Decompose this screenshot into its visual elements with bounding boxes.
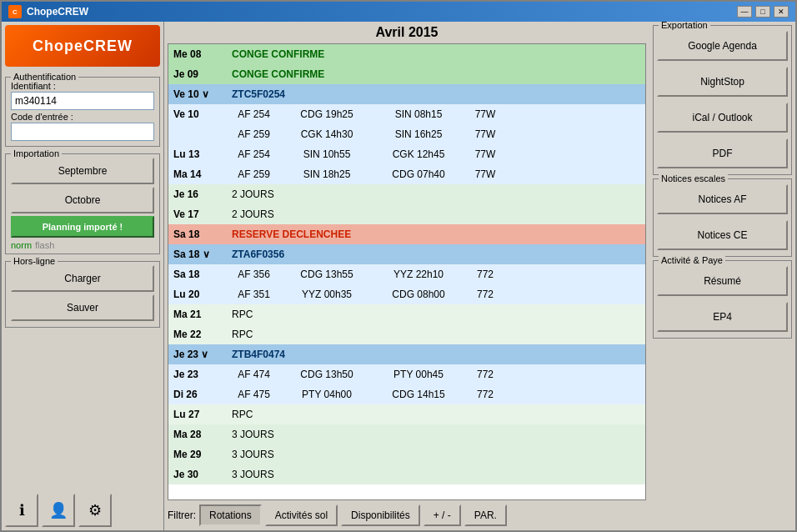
maximize-button[interactable]: □	[755, 6, 770, 18]
minimize-button[interactable]: —	[737, 6, 752, 18]
table-row: AF 259 CGK 14h30 SIN 16h25 77W	[168, 124, 645, 144]
table-row: Lu 27 RPC	[168, 404, 645, 424]
flash-label: flash	[35, 240, 54, 250]
table-row: Je 30 3 JOURS	[168, 464, 645, 484]
bottom-icons: ℹ 👤 ⚙	[5, 490, 160, 527]
table-row: Je 16 2 JOURS	[168, 184, 645, 204]
schedule-table-container[interactable]: Me 08 CONGE CONFIRMEJe 09 CONGE CONFIRME…	[168, 43, 646, 500]
id-input[interactable]	[11, 92, 154, 110]
sidebar: ChopeCREW Authentification Identifiant :…	[2, 22, 164, 530]
resume-button[interactable]: Résumé	[657, 266, 788, 296]
app-logo-icon: C	[8, 5, 22, 18]
main-area: Avril 2015 Me 08 CONGE CONFIRMEJe 09 CON…	[164, 22, 649, 530]
table-row: Ve 10 ∨ ZTC5F0254	[168, 84, 645, 104]
auth-section-label: Authentification	[11, 72, 78, 82]
window-controls: — □ ✕	[737, 6, 789, 18]
title-bar-left: C ChopeCREW	[8, 5, 88, 18]
table-row: Lu 13 AF 254 SIN 10h55 CGK 12h45 77W	[168, 144, 645, 164]
table-row: Me 22 RPC	[168, 324, 645, 344]
filter-label: Filtrer:	[168, 509, 196, 521]
month-title: Avril 2015	[168, 25, 646, 40]
google-agenda-button[interactable]: Google Agenda	[657, 31, 788, 61]
export-section-label: Exportation	[659, 22, 710, 30]
table-row: Je 23 ∨ ZTB4F0474	[168, 344, 645, 364]
id-label: Identifiant :	[11, 81, 154, 91]
table-row: Ve 17 2 JOURS	[168, 204, 645, 224]
activite-section-label: Activité & Paye	[659, 255, 725, 265]
table-row: Sa 18 AF 356 CDG 13h55 YYZ 22h10 772	[168, 264, 645, 284]
table-row: Sa 18 ∨ ZTA6F0356	[168, 244, 645, 264]
charger-button[interactable]: Charger	[11, 265, 154, 292]
table-row: Lu 20 AF 351 YYZ 00h35 CDG 08h00 772	[168, 284, 645, 304]
import-section-label: Importation	[11, 148, 62, 158]
notices-ce-button[interactable]: Notices CE	[657, 220, 788, 250]
title-bar: C ChopeCREW — □ ✕	[2, 2, 795, 22]
import-section: Importation Septembre Octobre Planning i…	[5, 153, 160, 254]
notices-section: Notices escales Notices AF Notices CE	[653, 178, 792, 257]
octobre-button[interactable]: Octobre	[11, 187, 154, 213]
table-row: Ma 28 3 JOURS	[168, 424, 645, 444]
ical-button[interactable]: iCal / Outlook	[657, 103, 788, 133]
table-row: Sa 18 RESERVE DECLENCHEE	[168, 224, 645, 244]
table-row: Me 08 CONGE CONFIRME	[168, 44, 645, 64]
norm-flash-row: norm flash	[11, 240, 154, 250]
code-input[interactable]	[11, 123, 154, 141]
user-icon-button[interactable]: 👤	[42, 494, 75, 527]
filter-disponibilites-button[interactable]: Disponibilités	[341, 504, 420, 526]
nightstop-button[interactable]: NightStop	[657, 67, 788, 97]
filter-bar: Filtrer: Rotations Activités sol Disponi…	[168, 500, 646, 527]
table-row: Ma 21 RPC	[168, 304, 645, 324]
table-row: Me 29 3 JOURS	[168, 444, 645, 464]
main-window: C ChopeCREW — □ ✕ ChopeCREW Authentifica…	[0, 0, 797, 532]
planning-imported-button[interactable]: Planning importé !	[11, 216, 154, 238]
filter-rotations-button[interactable]: Rotations	[199, 504, 262, 526]
settings-icon-button[interactable]: ⚙	[78, 494, 112, 527]
sauver-button[interactable]: Sauver	[11, 294, 154, 321]
hors-ligne-section: Hors-ligne Charger Sauver	[5, 261, 160, 328]
pdf-button[interactable]: PDF	[657, 138, 788, 168]
septembre-button[interactable]: Septembre	[11, 158, 154, 184]
notices-af-button[interactable]: Notices AF	[657, 184, 788, 214]
norm-label: norm	[11, 240, 32, 250]
schedule-table: Me 08 CONGE CONFIRMEJe 09 CONGE CONFIRME…	[168, 44, 645, 484]
filter-activites-button[interactable]: Activités sol	[265, 504, 338, 526]
filter-plusminus-button[interactable]: + / -	[424, 504, 461, 526]
auth-section: Authentification Identifiant : Code d'en…	[5, 77, 160, 147]
close-button[interactable]: ✕	[774, 6, 789, 18]
filter-par-button[interactable]: PAR.	[464, 504, 507, 526]
info-icon-button[interactable]: ℹ	[5, 494, 38, 527]
table-row: Di 26 AF 475 PTY 04h00 CDG 14h15 772	[168, 384, 645, 404]
table-row: Je 09 CONGE CONFIRME	[168, 64, 645, 84]
export-section: Exportation Google Agenda NightStop iCal…	[653, 25, 792, 175]
activite-section: Activité & Paye Résumé EP4	[653, 260, 792, 339]
right-panel: Exportation Google Agenda NightStop iCal…	[649, 22, 795, 530]
hors-ligne-label: Hors-ligne	[11, 256, 58, 266]
app-title: ChopeCREW	[27, 6, 88, 18]
sidebar-logo: ChopeCREW	[5, 25, 160, 67]
notices-section-label: Notices escales	[659, 173, 728, 183]
code-label: Code d'entrée :	[11, 112, 154, 122]
ep4-button[interactable]: EP4	[657, 302, 788, 332]
table-row: Ve 10 AF 254 CDG 19h25 SIN 08h15 77W	[168, 104, 645, 124]
window-content: ChopeCREW Authentification Identifiant :…	[2, 22, 795, 530]
table-row: Je 23 AF 474 CDG 13h50 PTY 00h45 772	[168, 364, 645, 384]
table-row: Ma 14 AF 259 SIN 18h25 CDG 07h40 77W	[168, 164, 645, 184]
